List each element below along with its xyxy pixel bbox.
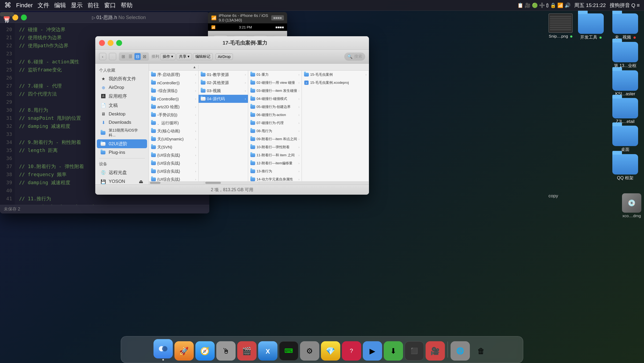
col1-item[interactable]: -综合演练()› (149, 87, 198, 95)
col3-item[interactable]: 13-推行为› (248, 167, 302, 175)
menu-edit[interactable]: 编辑 (54, 1, 66, 9)
col4-item[interactable]: 15-毛毛虫案例› (302, 71, 369, 79)
finder-tags-button[interactable]: 编辑标记 (193, 53, 213, 60)
desktop-folder-zjl[interactable]: ZJL...etail (609, 98, 641, 124)
apple-menu[interactable]: ⌘ (4, 1, 11, 9)
eject-icon[interactable]: ⏏ (139, 179, 143, 184)
finder-column-view-button[interactable]: ⊟ (134, 53, 141, 60)
sidebar-item-plugins[interactable]: Plug-ins (97, 148, 147, 157)
menubar-search[interactable]: 搜狗拼音 Q ≡ (610, 2, 640, 9)
dock-item-xcode[interactable]: X (258, 341, 277, 361)
sidebar-item-applications[interactable]: 🅰 应用程序 (97, 92, 147, 101)
dmg-item[interactable]: 💿 xco....dmg (622, 193, 641, 218)
col3-item[interactable]: 09-附着行---item 和点之间› (248, 135, 302, 143)
dock-item-launchpad[interactable]: 🚀 (174, 341, 194, 361)
sidebar-item-desktop[interactable]: 🖥 Desktop (97, 110, 147, 118)
finder-scrollbar[interactable] (149, 181, 369, 184)
finder-window-title: 17-毛毛虫案例-重力 (125, 39, 365, 46)
col3-item[interactable]: 11-附着行---和 item 之间› (248, 151, 302, 159)
menu-finder[interactable]: Finder (16, 2, 33, 9)
iphone-title: iPhone 6s - iPhone 6s / iOS 9.0 (13A340) (219, 13, 269, 22)
col1-item[interactable]: {UI综合实战}› (149, 175, 198, 181)
dock-item-browser[interactable]: 🌐 (451, 341, 470, 361)
menu-go[interactable]: 前往 (87, 1, 99, 9)
dock-item-dark[interactable]: ⬛ (405, 341, 424, 361)
col3-item[interactable]: 10-附着行---弹性附着› (248, 143, 302, 151)
finder-maximize-button[interactable] (116, 40, 122, 46)
dock-item-finder[interactable] (153, 339, 173, 361)
col3-item[interactable]: 04-碰撞行-碰撞模式› (248, 95, 302, 103)
finder-forward-button[interactable]: › (109, 53, 116, 60)
sidebar-item-documents[interactable]: 📄 文稿 (97, 101, 147, 110)
desktop-top-row: Snip....png 开发工具 未...视频 (548, 13, 641, 40)
finder-minimize-button[interactable] (108, 40, 114, 46)
col1-item[interactable]: -手势识别))› (149, 111, 198, 119)
finder-icon-view-button[interactable]: ⊞ (120, 53, 126, 60)
desktop-folder-video[interactable]: 未...视频 (609, 13, 641, 40)
dock-item-video[interactable]: 🎬 (237, 341, 257, 361)
finder-action-button[interactable]: 操作 ▾ (160, 53, 175, 60)
desktop-folder-desktop[interactable]: 桌面 (609, 126, 641, 153)
col3-item[interactable]: 01-重力› (248, 71, 302, 79)
menu-window[interactable]: 窗口 (104, 1, 116, 9)
finder-close-button[interactable] (99, 40, 105, 46)
col2-item-selected[interactable]: 04-源代码› (199, 95, 248, 103)
finder-airdrop-button[interactable]: AirDrop (215, 53, 233, 60)
screenshot-item[interactable]: Snip....png (548, 13, 573, 38)
col4-item[interactable]: X 15-毛毛虫案例.xcodeproj (302, 79, 369, 87)
col3-item[interactable]: 02-碰撞行---用 view 碰撞› (248, 79, 302, 87)
col1-item[interactable]: rController))› (149, 95, 198, 103)
menu-view[interactable]: 显示 (71, 1, 83, 9)
sidebar-item-blackhorse[interactable]: 第13期黑马iOS学科... (97, 127, 147, 139)
col1-item[interactable]: 天(UIDynamic)› (149, 135, 198, 143)
col1-item[interactable]: {UI综合实战}› (149, 167, 198, 175)
finder-list-view-button[interactable]: ☰ (127, 53, 134, 60)
desktop-folder-dev[interactable]: 开发工具 (575, 13, 607, 40)
dock-item-safari[interactable]: 🧭 (195, 341, 215, 361)
sidebar-item-remote-disc[interactable]: 💿 远程光盘 (97, 168, 147, 177)
col3-item[interactable]: 05-碰撞行为-创建边界› (248, 103, 302, 111)
dock-item-mouse[interactable]: 🖱 (216, 341, 236, 361)
col3-item[interactable]: 08-甩行为› (248, 127, 302, 135)
sidebar-item-02ui[interactable]: 02UI进阶 (97, 139, 147, 148)
col3-item[interactable]: 06-碰撞行为-action› (248, 111, 302, 119)
col1-item[interactable]: {UI综合实战}› (149, 159, 198, 167)
dock-item-player[interactable]: ▶ (363, 341, 382, 361)
finder-coverflow-view-button[interactable]: ⊠ (141, 53, 148, 60)
col1-item[interactable]: nController))› (149, 79, 198, 87)
col3-item[interactable]: 07-碰撞行为-代理› (248, 119, 302, 127)
dock-item-sketch[interactable]: 💎 (321, 341, 340, 361)
dock-item-trash[interactable]: 🗑 (471, 341, 491, 361)
dock-item-settings[interactable]: ⚙ (300, 341, 319, 361)
col1-item[interactable]: {UI综合实战}› (149, 151, 198, 159)
col3-item[interactable]: 12-附着行---item偏移量› (248, 159, 302, 167)
maximize-button[interactable] (21, 14, 27, 20)
col1-item[interactable]: 序-启动原理)› (149, 71, 198, 79)
dock-item-transmission[interactable]: ⬇ (384, 341, 403, 361)
col1-item[interactable]: 、运行循环)› (149, 119, 198, 127)
finder-back-button[interactable]: ‹ (99, 53, 106, 60)
desktop-folder-qq[interactable]: QQ 框架 (609, 154, 641, 181)
finder-search-bar[interactable]: 🔍 搜索 (344, 53, 365, 61)
col3-item[interactable]: 14-动力学元素自身属性› (248, 175, 302, 181)
desktop-folder-ksi[interactable]: KSI...aster (609, 70, 641, 96)
col1-item[interactable]: 天(SVN)› (149, 143, 198, 151)
airdrop-icon: ⊕ (101, 85, 106, 90)
col1-item[interactable]: 天(核心动画)› (149, 127, 198, 135)
sidebar-item-yoson[interactable]: 💾 YOSON ⏏ (97, 177, 147, 184)
dock-item-screen-recorder[interactable]: 🎥 (426, 341, 445, 361)
sidebar-item-airdrop[interactable]: ⊕ AirDrop (97, 84, 147, 92)
menu-help[interactable]: 帮助 (121, 1, 133, 9)
dock-item-app1[interactable]: ? (342, 341, 361, 361)
dock-item-terminal[interactable]: ⌨ (279, 341, 298, 361)
sidebar-item-downloads[interactable]: ⬇ Downloads (97, 118, 147, 126)
desktop-folder-13[interactable]: 第 13...业框 (609, 42, 641, 69)
col3-item[interactable]: 03-碰撞行---item 发生碰撞› (248, 87, 302, 95)
col2-item[interactable]: 02-其他资源› (199, 79, 248, 87)
col1-item[interactable]: artz2D 绘图)› (149, 103, 198, 111)
col2-item[interactable]: 01-教学资源› (199, 71, 248, 79)
finder-share-button[interactable]: 共享 ▾ (177, 53, 192, 60)
sidebar-item-all-files[interactable]: ★ 我的所有文件 (97, 74, 147, 83)
col2-item[interactable]: 03-视频› (199, 87, 248, 95)
menu-file[interactable]: 文件 (38, 1, 49, 9)
